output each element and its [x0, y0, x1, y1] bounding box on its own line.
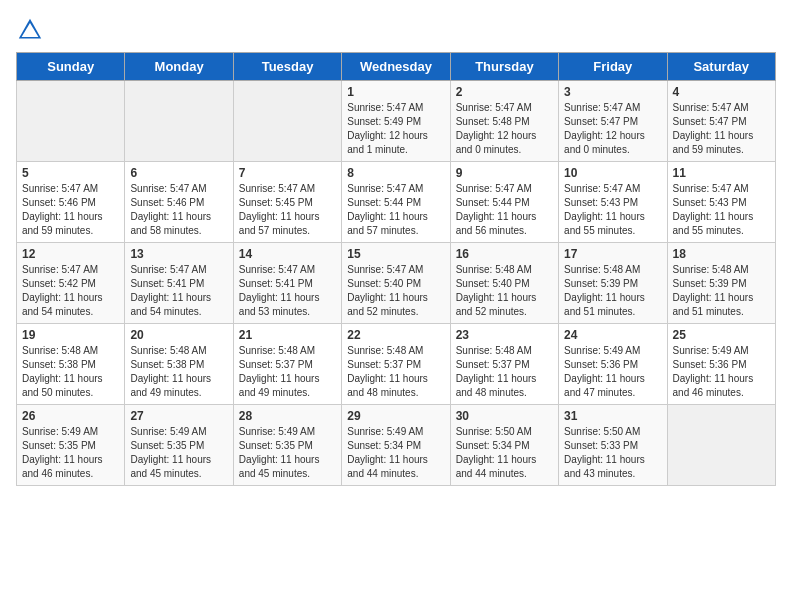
- calendar-cell: 10Sunrise: 5:47 AM Sunset: 5:43 PM Dayli…: [559, 162, 667, 243]
- day-info: Sunrise: 5:47 AM Sunset: 5:45 PM Dayligh…: [239, 182, 336, 238]
- calendar-cell: 12Sunrise: 5:47 AM Sunset: 5:42 PM Dayli…: [17, 243, 125, 324]
- calendar-cell: 3Sunrise: 5:47 AM Sunset: 5:47 PM Daylig…: [559, 81, 667, 162]
- day-info: Sunrise: 5:47 AM Sunset: 5:47 PM Dayligh…: [673, 101, 770, 157]
- day-header-wednesday: Wednesday: [342, 53, 450, 81]
- day-info: Sunrise: 5:47 AM Sunset: 5:44 PM Dayligh…: [347, 182, 444, 238]
- calendar-week-row: 19Sunrise: 5:48 AM Sunset: 5:38 PM Dayli…: [17, 324, 776, 405]
- logo-icon: [16, 16, 44, 44]
- day-number: 26: [22, 409, 119, 423]
- day-number: 17: [564, 247, 661, 261]
- calendar-cell: 21Sunrise: 5:48 AM Sunset: 5:37 PM Dayli…: [233, 324, 341, 405]
- calendar-cell: 23Sunrise: 5:48 AM Sunset: 5:37 PM Dayli…: [450, 324, 558, 405]
- day-info: Sunrise: 5:47 AM Sunset: 5:42 PM Dayligh…: [22, 263, 119, 319]
- calendar-cell: 29Sunrise: 5:49 AM Sunset: 5:34 PM Dayli…: [342, 405, 450, 486]
- calendar-cell: 17Sunrise: 5:48 AM Sunset: 5:39 PM Dayli…: [559, 243, 667, 324]
- calendar-cell: 11Sunrise: 5:47 AM Sunset: 5:43 PM Dayli…: [667, 162, 775, 243]
- day-number: 21: [239, 328, 336, 342]
- day-number: 20: [130, 328, 227, 342]
- calendar-cell: [125, 81, 233, 162]
- calendar-week-row: 12Sunrise: 5:47 AM Sunset: 5:42 PM Dayli…: [17, 243, 776, 324]
- day-info: Sunrise: 5:48 AM Sunset: 5:39 PM Dayligh…: [564, 263, 661, 319]
- day-info: Sunrise: 5:49 AM Sunset: 5:35 PM Dayligh…: [239, 425, 336, 481]
- calendar-cell: 15Sunrise: 5:47 AM Sunset: 5:40 PM Dayli…: [342, 243, 450, 324]
- day-info: Sunrise: 5:47 AM Sunset: 5:46 PM Dayligh…: [130, 182, 227, 238]
- day-number: 27: [130, 409, 227, 423]
- day-number: 6: [130, 166, 227, 180]
- calendar-cell: 7Sunrise: 5:47 AM Sunset: 5:45 PM Daylig…: [233, 162, 341, 243]
- calendar-cell: 26Sunrise: 5:49 AM Sunset: 5:35 PM Dayli…: [17, 405, 125, 486]
- day-number: 12: [22, 247, 119, 261]
- day-info: Sunrise: 5:47 AM Sunset: 5:44 PM Dayligh…: [456, 182, 553, 238]
- day-info: Sunrise: 5:50 AM Sunset: 5:34 PM Dayligh…: [456, 425, 553, 481]
- day-number: 2: [456, 85, 553, 99]
- day-info: Sunrise: 5:47 AM Sunset: 5:47 PM Dayligh…: [564, 101, 661, 157]
- day-number: 16: [456, 247, 553, 261]
- day-number: 1: [347, 85, 444, 99]
- day-info: Sunrise: 5:49 AM Sunset: 5:34 PM Dayligh…: [347, 425, 444, 481]
- day-number: 18: [673, 247, 770, 261]
- day-info: Sunrise: 5:47 AM Sunset: 5:43 PM Dayligh…: [673, 182, 770, 238]
- day-info: Sunrise: 5:49 AM Sunset: 5:36 PM Dayligh…: [673, 344, 770, 400]
- day-header-monday: Monday: [125, 53, 233, 81]
- calendar-cell: 20Sunrise: 5:48 AM Sunset: 5:38 PM Dayli…: [125, 324, 233, 405]
- day-info: Sunrise: 5:47 AM Sunset: 5:40 PM Dayligh…: [347, 263, 444, 319]
- day-info: Sunrise: 5:48 AM Sunset: 5:39 PM Dayligh…: [673, 263, 770, 319]
- calendar-cell: 6Sunrise: 5:47 AM Sunset: 5:46 PM Daylig…: [125, 162, 233, 243]
- day-info: Sunrise: 5:48 AM Sunset: 5:37 PM Dayligh…: [456, 344, 553, 400]
- calendar-cell: [233, 81, 341, 162]
- day-info: Sunrise: 5:48 AM Sunset: 5:38 PM Dayligh…: [22, 344, 119, 400]
- calendar-cell: 8Sunrise: 5:47 AM Sunset: 5:44 PM Daylig…: [342, 162, 450, 243]
- day-number: 24: [564, 328, 661, 342]
- calendar-week-row: 26Sunrise: 5:49 AM Sunset: 5:35 PM Dayli…: [17, 405, 776, 486]
- day-number: 7: [239, 166, 336, 180]
- day-info: Sunrise: 5:48 AM Sunset: 5:37 PM Dayligh…: [347, 344, 444, 400]
- calendar-cell: [667, 405, 775, 486]
- day-header-thursday: Thursday: [450, 53, 558, 81]
- day-info: Sunrise: 5:49 AM Sunset: 5:35 PM Dayligh…: [130, 425, 227, 481]
- calendar-cell: 22Sunrise: 5:48 AM Sunset: 5:37 PM Dayli…: [342, 324, 450, 405]
- day-info: Sunrise: 5:47 AM Sunset: 5:43 PM Dayligh…: [564, 182, 661, 238]
- calendar-cell: [17, 81, 125, 162]
- calendar-cell: 24Sunrise: 5:49 AM Sunset: 5:36 PM Dayli…: [559, 324, 667, 405]
- calendar-cell: 13Sunrise: 5:47 AM Sunset: 5:41 PM Dayli…: [125, 243, 233, 324]
- calendar-cell: 18Sunrise: 5:48 AM Sunset: 5:39 PM Dayli…: [667, 243, 775, 324]
- day-number: 15: [347, 247, 444, 261]
- calendar-cell: 1Sunrise: 5:47 AM Sunset: 5:49 PM Daylig…: [342, 81, 450, 162]
- day-info: Sunrise: 5:48 AM Sunset: 5:40 PM Dayligh…: [456, 263, 553, 319]
- calendar-cell: 30Sunrise: 5:50 AM Sunset: 5:34 PM Dayli…: [450, 405, 558, 486]
- day-number: 25: [673, 328, 770, 342]
- day-info: Sunrise: 5:48 AM Sunset: 5:38 PM Dayligh…: [130, 344, 227, 400]
- logo: [16, 16, 48, 44]
- calendar-cell: 5Sunrise: 5:47 AM Sunset: 5:46 PM Daylig…: [17, 162, 125, 243]
- calendar-cell: 4Sunrise: 5:47 AM Sunset: 5:47 PM Daylig…: [667, 81, 775, 162]
- calendar-cell: 27Sunrise: 5:49 AM Sunset: 5:35 PM Dayli…: [125, 405, 233, 486]
- day-info: Sunrise: 5:47 AM Sunset: 5:48 PM Dayligh…: [456, 101, 553, 157]
- day-info: Sunrise: 5:48 AM Sunset: 5:37 PM Dayligh…: [239, 344, 336, 400]
- day-number: 29: [347, 409, 444, 423]
- day-info: Sunrise: 5:47 AM Sunset: 5:41 PM Dayligh…: [130, 263, 227, 319]
- day-number: 5: [22, 166, 119, 180]
- day-number: 23: [456, 328, 553, 342]
- calendar-cell: 28Sunrise: 5:49 AM Sunset: 5:35 PM Dayli…: [233, 405, 341, 486]
- day-number: 22: [347, 328, 444, 342]
- calendar-table: SundayMondayTuesdayWednesdayThursdayFrid…: [16, 52, 776, 486]
- day-info: Sunrise: 5:47 AM Sunset: 5:46 PM Dayligh…: [22, 182, 119, 238]
- calendar-cell: 9Sunrise: 5:47 AM Sunset: 5:44 PM Daylig…: [450, 162, 558, 243]
- day-number: 3: [564, 85, 661, 99]
- day-number: 8: [347, 166, 444, 180]
- day-header-sunday: Sunday: [17, 53, 125, 81]
- calendar-cell: 2Sunrise: 5:47 AM Sunset: 5:48 PM Daylig…: [450, 81, 558, 162]
- day-info: Sunrise: 5:47 AM Sunset: 5:41 PM Dayligh…: [239, 263, 336, 319]
- day-number: 13: [130, 247, 227, 261]
- calendar-header-row: SundayMondayTuesdayWednesdayThursdayFrid…: [17, 53, 776, 81]
- day-info: Sunrise: 5:50 AM Sunset: 5:33 PM Dayligh…: [564, 425, 661, 481]
- calendar-cell: 25Sunrise: 5:49 AM Sunset: 5:36 PM Dayli…: [667, 324, 775, 405]
- calendar-cell: 16Sunrise: 5:48 AM Sunset: 5:40 PM Dayli…: [450, 243, 558, 324]
- day-number: 31: [564, 409, 661, 423]
- calendar-week-row: 5Sunrise: 5:47 AM Sunset: 5:46 PM Daylig…: [17, 162, 776, 243]
- calendar-cell: 19Sunrise: 5:48 AM Sunset: 5:38 PM Dayli…: [17, 324, 125, 405]
- page-header: [16, 16, 776, 44]
- day-number: 28: [239, 409, 336, 423]
- day-number: 14: [239, 247, 336, 261]
- day-header-friday: Friday: [559, 53, 667, 81]
